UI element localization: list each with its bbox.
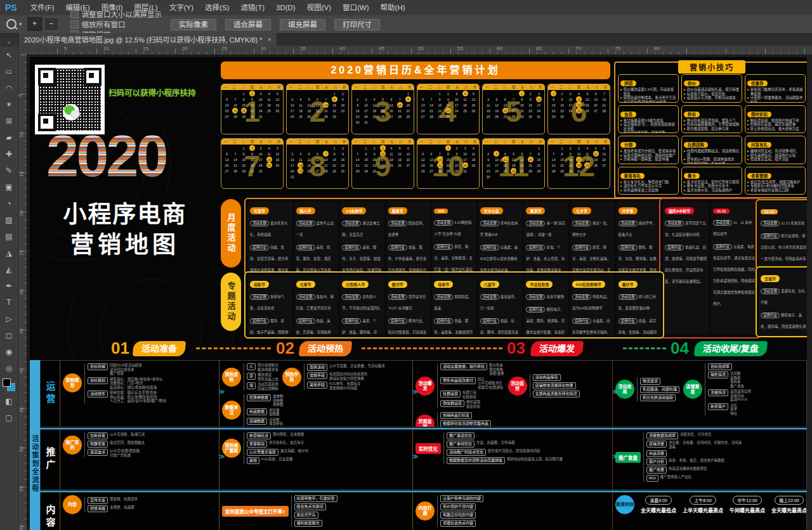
day-cell: 27 — [387, 113, 395, 119]
options-button[interactable]: 实际像素 — [171, 19, 216, 30]
magic-wand-tool[interactable]: ✶ — [0, 96, 18, 113]
day-cell: 31 — [256, 113, 265, 119]
menu-item[interactable]: 3D(D) — [270, 4, 301, 11]
blur-tool[interactable]: ◮ — [0, 245, 18, 261]
tips-grid: 拼团▸低价爆款设置2-3人团，带动新客裂变▸拼团商品控制成本，重点用于引流▸分享… — [618, 74, 806, 195]
day-cell: 22 — [362, 162, 370, 168]
marquee-tool[interactable]: ▭ — [0, 63, 18, 80]
flow-item: 活动商品库存 — [533, 374, 580, 381]
quick-mask-icon[interactable]: ◧ — [0, 393, 18, 410]
menu-item[interactable]: 文字(Y) — [164, 4, 199, 11]
menu-item[interactable]: 帮助(H) — [375, 4, 411, 11]
chevron-down-icon[interactable]: ▾ — [19, 21, 22, 27]
pen-tool[interactable]: ✒ — [0, 278, 18, 294]
day-blank — [436, 145, 444, 151]
item-subs: 占比客单特征 — [730, 403, 737, 416]
cluster-circle: 预热目标 — [222, 368, 241, 387]
day-cell: 18 — [265, 102, 273, 108]
activity-column: 踏青节活动主题阳春四月，出游季适用行业食品、服饰、户外装备等，结合春日出游场景，… — [386, 202, 431, 271]
day-cell: 1 — [362, 145, 370, 151]
day-cell: 9 — [444, 96, 452, 102]
menu-item[interactable]: 视图(V) — [301, 4, 337, 11]
cluster-tag: 如何提高公众号图文打开率? — [222, 506, 289, 517]
options-buttons: 实际像素适合屏幕填充屏幕打印尺寸 — [162, 18, 380, 30]
day-cell: 15 — [549, 102, 558, 108]
menu-item[interactable]: 选择(S) — [199, 4, 235, 11]
dodge-tool[interactable]: ◭ — [0, 261, 18, 278]
document-canvas[interactable]: 扫码可以获得小程序扶持 2020 小程序电商 营销地图 2020营销日历&全年营… — [27, 55, 812, 530]
document-tab[interactable]: 2020小程序电商营销地图.jpg @ 12.5% (扫码可以获得小程序扶持, … — [19, 33, 277, 46]
day-cell: 12 — [583, 96, 591, 102]
shape-tool[interactable]: ◻ — [0, 327, 18, 344]
day-cell: 26 — [273, 162, 282, 168]
arrow-icon: ▸ — [620, 100, 622, 103]
day-cell: 27 — [501, 113, 509, 119]
day-cell: 21 — [232, 108, 238, 113]
tips-line-text: 社群内发起团购接龙，营造抢购氛围 — [687, 149, 740, 157]
color-swatches[interactable] — [0, 377, 18, 393]
day-cell: 16 — [248, 102, 256, 108]
zoom-out-button[interactable]: − — [44, 17, 59, 31]
foreground-color-swatch[interactable] — [3, 378, 11, 387]
gradient-tool[interactable]: ▤ — [0, 228, 18, 245]
brush-tool[interactable]: ✎ — [0, 162, 18, 179]
day-cell: 26 — [419, 168, 427, 174]
tips-box: 会员▸会员等级设置3-5级为最佳▸设立储值有"礼"，刺激充值提前锁定消费▸会员日… — [618, 105, 679, 134]
menu-item[interactable]: 窗口(W) — [337, 4, 375, 11]
day-cell: 28 — [436, 168, 444, 174]
move-tool[interactable]: ↖ — [0, 47, 18, 63]
theme-tag: 活动主题 — [250, 294, 269, 300]
activity-name: 踏青节 — [388, 207, 407, 214]
industry-tag: 适用行业 — [342, 318, 361, 324]
activity-name: 年中大促 — [480, 207, 503, 214]
flow-cluster: 推广目的拉新获客公众号涨粉、私域引流唤醒老客会员召回、朋友圈触达渠道盘点公众号/… — [63, 432, 145, 457]
type-tool[interactable]: T — [0, 294, 18, 311]
day-cell: 8 — [332, 96, 337, 102]
day-cell: 6 — [387, 96, 395, 102]
zoom-tool[interactable]: ◎ — [0, 360, 18, 377]
day-cell: 5 — [273, 91, 282, 96]
theme-tag: 活动主题 — [480, 294, 499, 300]
day-cell: 23 — [526, 108, 534, 113]
day-cell: 17 — [566, 102, 575, 108]
item-subs: 发券数领券数用券数 — [273, 394, 284, 407]
checkbox-icon[interactable] — [70, 10, 79, 18]
lasso-tool[interactable]: ◠ — [0, 80, 18, 96]
item-subs: 社群引流社群转化 — [462, 391, 476, 399]
healing-brush-tool[interactable]: ✚ — [0, 146, 18, 162]
path-select-tool[interactable]: ▷ — [0, 311, 18, 327]
flow-item: 渠道盘点公众号/社群/朋友圈付费广告投放 — [88, 449, 145, 457]
zoom-tool-icon — [6, 19, 16, 29]
menu-item[interactable]: 滤镜(T) — [235, 4, 270, 11]
day-cell: 5 — [305, 96, 313, 102]
toolbar-collapse-icon[interactable]: « — [0, 38, 18, 47]
tips-line: ▸集齐兑换大奖，沉淀私域用户 — [684, 188, 740, 193]
eyedropper-tool[interactable]: ▰ — [0, 129, 18, 146]
hand-tool[interactable]: ◉ — [0, 344, 18, 360]
flow-item: 根据数据及时调整活动页面排版把转化好的商品往上调，提高曝光量 — [447, 457, 563, 464]
activity-name: 情人节 — [296, 207, 315, 214]
flow-item: 活动推广时段点优化结合客户活跃点，优化投放时间段 — [447, 449, 563, 456]
day-cell: 8 — [558, 151, 566, 157]
close-icon[interactable]: × — [267, 36, 271, 43]
tips-box: 秒杀▸整点秒杀营造紧张感，聚集人气▸秒杀商品限量限时，引导提前加购▸配合推送提醒… — [681, 105, 742, 134]
clone-stamp-tool[interactable]: ▣ — [0, 179, 18, 195]
flow-item: 人预计新增粉丝蓄水唤醒老客 — [247, 363, 278, 372]
menu-item[interactable]: 文件(F) — [25, 4, 60, 11]
options-button[interactable]: 适合屏幕 — [225, 19, 271, 30]
day-cell: 15 — [240, 157, 248, 162]
eraser-tool[interactable]: ▨ — [0, 212, 18, 228]
zoom-in-button[interactable]: + — [27, 17, 43, 31]
history-brush-tool[interactable]: ◔ — [0, 195, 18, 212]
cluster-tag: 实时优化 — [416, 443, 441, 454]
checkbox-icon[interactable] — [70, 20, 79, 29]
options-button[interactable]: 打印尺寸 — [334, 19, 380, 30]
item-label: 福利前置曝光 — [294, 520, 322, 527]
option-checkbox[interactable]: 调整窗口大小以满屏显示 — [70, 9, 162, 19]
options-button[interactable]: 填充屏幕 — [280, 19, 325, 30]
screen-mode-icon[interactable]: ▢ — [0, 410, 18, 426]
day-cell: 2 — [526, 91, 534, 96]
day-cell: 27 — [600, 162, 608, 168]
crop-tool[interactable]: ⊞ — [0, 113, 18, 129]
option-checkbox[interactable]: 缩放所有窗口 — [70, 19, 162, 29]
